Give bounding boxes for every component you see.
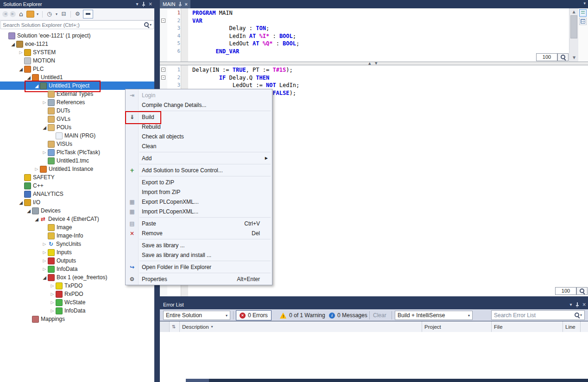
pin-icon[interactable]: [575, 302, 579, 307]
expander-icon[interactable]: ◢: [41, 275, 48, 280]
menu-item[interactable]: × Remove Del: [126, 228, 272, 238]
filter-dropdown[interactable]: Build + IntelliSense ▾: [395, 311, 473, 320]
tree-item[interactable]: ▷ RxPDO: [0, 290, 154, 298]
expander-icon[interactable]: ▷: [41, 267, 48, 271]
expander-icon[interactable]: ▷: [49, 300, 56, 305]
error-list-search-input[interactable]: Search Error List ▾: [491, 310, 585, 320]
back-icon[interactable]: ◀: [2, 11, 8, 17]
chevron-down-icon[interactable]: ▾: [150, 23, 152, 27]
error-list-content[interactable]: [160, 332, 588, 379]
tree-item[interactable]: ▷ WcState: [0, 298, 154, 307]
zoom-magnifier-button[interactable]: [576, 287, 588, 295]
splitter-up-icon[interactable]: ▲: [368, 62, 371, 65]
errors-filter-button[interactable]: × 0 Errors: [236, 310, 272, 320]
menu-item[interactable]: ⇥ Login: [126, 90, 272, 100]
scroll-down-icon[interactable]: ▼: [569, 56, 579, 60]
code-line[interactable]: - 2 VAR: [160, 17, 568, 25]
code-line[interactable]: 4 LedIn AT %I* : BOOL;: [160, 32, 568, 40]
tree-item[interactable]: ▷ InfoData: [0, 307, 154, 315]
menu-item[interactable]: ↪ Open Folder in File Explorer: [126, 262, 272, 272]
sync-with-active-document-icon[interactable]: [26, 11, 34, 18]
pin-icon[interactable]: [178, 2, 182, 7]
solution-explorer-search-input[interactable]: Search Solution Explorer (Ctrl+;) ▾: [0, 20, 154, 29]
fold-box-icon[interactable]: [160, 81, 167, 89]
messages-filter-button[interactable]: i 0 Messages: [326, 310, 371, 320]
fold-box-icon[interactable]: [160, 32, 167, 40]
window-position-chevron-icon[interactable]: ▾: [136, 0, 139, 8]
fold-box-icon[interactable]: -: [161, 68, 165, 72]
code-line[interactable]: - 1 Delay(IN := TRUE, PT := T#1S);: [160, 66, 586, 74]
fold-box-icon[interactable]: -: [161, 75, 165, 80]
tab-main[interactable]: MAIN ×: [160, 0, 190, 8]
declaration-editor[interactable]: 1 PROGRAM MAIN - 2 VAR 3 Delay : TO: [160, 8, 588, 62]
editor-splitter[interactable]: ▲ ▼: [160, 62, 588, 65]
tree-item[interactable]: ◢ Untitled1: [0, 73, 154, 81]
severity-column-header[interactable]: ⇅: [170, 321, 180, 332]
text-view-button[interactable]: [579, 9, 587, 17]
properties-wrench-icon[interactable]: ⚙: [74, 10, 82, 18]
menu-item[interactable]: ▦ Export PLCopenXML...: [126, 197, 272, 207]
column-header-file[interactable]: File: [492, 321, 563, 332]
scrollbar-thumb[interactable]: [186, 379, 209, 382]
menu-item[interactable]: Add ▶: [126, 153, 272, 163]
close-icon[interactable]: ×: [185, 1, 188, 7]
scrollbar-thumb[interactable]: [570, 15, 577, 38]
menu-item[interactable]: Import from ZIP: [126, 187, 272, 197]
expander-icon[interactable]: ◢: [33, 83, 40, 88]
expander-icon[interactable]: ▷: [41, 258, 48, 263]
code-line[interactable]: 5 LedOut AT %Q* : BOOL;: [160, 40, 568, 48]
code-line[interactable]: 1 PROGRAM MAIN: [160, 9, 568, 17]
expander-icon[interactable]: ▷: [41, 100, 48, 105]
preview-selected-items-toggle[interactable]: [83, 10, 93, 19]
editor-zoom-input[interactable]: 100: [536, 53, 557, 61]
search-icon[interactable]: [144, 22, 150, 28]
menu-item[interactable]: ⚙ Properties Alt+Enter: [126, 274, 272, 284]
fold-box-icon[interactable]: -: [161, 19, 165, 23]
menu-item[interactable]: Rebuild: [126, 122, 272, 132]
code-line[interactable]: 6 END_VAR: [160, 48, 568, 56]
expander-icon[interactable]: ▷: [41, 242, 48, 246]
window-position-chevron-icon[interactable]: ▾: [570, 300, 572, 309]
home-icon[interactable]: ⌂: [17, 10, 25, 18]
tree-item[interactable]: MOTION: [0, 56, 154, 65]
menu-item[interactable]: Export to ZIP: [126, 177, 272, 187]
expander-icon[interactable]: ◢: [25, 208, 32, 213]
tree-item[interactable]: Solution 'eoe-1121' (1 project): [0, 31, 154, 40]
collapse-all-icon[interactable]: ⊟: [60, 10, 68, 18]
expander-icon[interactable]: ▷: [18, 50, 24, 55]
fold-box-icon[interactable]: [160, 40, 167, 48]
column-header-line[interactable]: Line: [563, 321, 581, 332]
forward-icon[interactable]: ▶: [10, 11, 16, 17]
zoom-magnifier-button[interactable]: [557, 53, 569, 61]
pin-icon[interactable]: [142, 2, 145, 7]
fold-box-icon[interactable]: [160, 9, 167, 17]
menu-item[interactable]: Save as library and install ...: [126, 250, 272, 260]
expander-icon[interactable]: ◢: [18, 67, 24, 72]
expander-icon[interactable]: ◢: [33, 217, 40, 222]
expander-icon[interactable]: ◢: [41, 125, 48, 130]
menu-item[interactable]: ▤ Paste Ctrl+V: [126, 219, 272, 228]
expander-icon[interactable]: ◢: [25, 75, 32, 80]
code-line[interactable]: 3 Delay : TON;: [160, 25, 568, 32]
code-line[interactable]: 3 LedOut := NOT LedIn;: [160, 81, 586, 89]
menu-item[interactable]: ▦ Import PLCopenXML...: [126, 207, 272, 216]
warnings-filter-button[interactable]: ! 0 of 1 Warning: [277, 310, 329, 320]
tree-item[interactable]: ▷ SYSTEM: [0, 48, 154, 56]
expander-icon[interactable]: ▷: [49, 308, 56, 313]
expander-icon[interactable]: ▷: [41, 150, 48, 155]
menu-item[interactable]: Check all objects: [126, 132, 272, 141]
chevron-down-icon[interactable]: ▾: [55, 10, 58, 18]
expander-icon[interactable]: ▷: [49, 283, 56, 288]
scope-dropdown[interactable]: Entire Solution ▾: [163, 311, 230, 320]
tree-item[interactable]: ◢ eoe-1121: [0, 40, 154, 48]
expander-icon[interactable]: ◢: [18, 200, 24, 205]
document-list-chevron-icon[interactable]: ▾: [583, 1, 586, 6]
expander-icon[interactable]: ◢: [10, 42, 16, 47]
code-line[interactable]: - 2 IF Delay.Q THEN: [160, 74, 586, 82]
tree-item[interactable]: ◢ PLC: [0, 65, 154, 73]
clear-button[interactable]: Clear: [373, 312, 386, 319]
menu-item[interactable]: ⇓ Build: [126, 112, 272, 122]
column-header-project[interactable]: Project: [422, 321, 492, 332]
expander-icon[interactable]: ▷: [49, 292, 56, 296]
close-icon[interactable]: ×: [149, 0, 152, 8]
